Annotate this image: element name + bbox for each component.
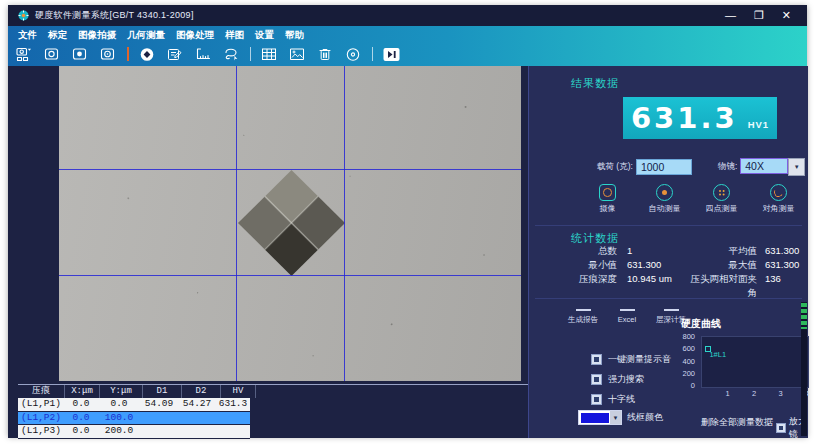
y-value: 200.0: [98, 425, 140, 438]
generate-report-button[interactable]: 生成报告: [565, 309, 601, 325]
chart-x-axis: 1234: [701, 389, 807, 398]
diagonal-measure-icon: [770, 184, 787, 201]
menu-item[interactable]: 图像处理: [176, 29, 214, 42]
excel-export-button[interactable]: Excel: [609, 309, 645, 325]
y-value: 0.0: [98, 398, 140, 411]
hv-value: [216, 425, 250, 438]
depth-calc-icon: [664, 309, 679, 311]
app-icon: [18, 10, 29, 21]
caliper-icon[interactable]: [194, 46, 213, 62]
table-header: 压痕 X:μm Y:μm D1 D2 HV: [18, 384, 534, 398]
load-input[interactable]: 1000: [636, 159, 692, 175]
table-row[interactable]: (L1,P2) 0.0 100.0: [18, 412, 250, 426]
chart-y-axis: 0200400600800: [667, 332, 695, 390]
checkbox-icon[interactable]: [591, 394, 602, 405]
y-axis-tick: 800: [682, 332, 695, 341]
capture-button[interactable]: 摄像: [579, 184, 636, 214]
checkbox-icon[interactable]: [591, 354, 602, 365]
hardness-curve-plot: 1#L1: [701, 336, 809, 388]
trash-icon[interactable]: [316, 46, 335, 62]
camera-settings-icon[interactable]: [99, 46, 118, 62]
toolbar-separator: [250, 47, 251, 61]
minimize-button[interactable]: —: [725, 10, 736, 21]
four-point-measure-button[interactable]: 四点测量: [693, 184, 750, 214]
microscope-image[interactable]: [59, 66, 521, 381]
menu-item[interactable]: 标定: [48, 29, 67, 42]
indent-marker-icon[interactable]: [138, 46, 157, 62]
menu-item[interactable]: 文件: [18, 29, 37, 42]
run-icon[interactable]: [382, 46, 401, 62]
result-section-title: 结果数据: [571, 76, 619, 91]
close-button[interactable]: ✕: [782, 10, 791, 21]
stat-value: 631.300: [757, 258, 799, 272]
color-swatch: [581, 413, 609, 423]
d1-value: [140, 412, 178, 425]
y-value: 100.0: [98, 412, 140, 425]
lasso-icon[interactable]: [222, 46, 241, 62]
line-color-label: 线框颜色: [627, 411, 663, 424]
stat-value: 136: [757, 272, 781, 300]
delete-all-data-button[interactable]: 删除全部测量数据: [701, 416, 773, 429]
hv-value: 631.3: [216, 398, 250, 411]
chevron-down-icon[interactable]: [788, 158, 805, 176]
beep-option[interactable]: 一键测量提示音: [591, 353, 671, 366]
line-color-select[interactable]: [578, 410, 622, 425]
image-icon[interactable]: [288, 46, 307, 62]
table-row[interactable]: (L1,P3) 0.0 200.0: [18, 425, 250, 439]
camera-capture-icon[interactable]: [71, 46, 90, 62]
result-panel: 结果数据 631.3 HV1 载荷 (克): 1000 物镜: 40X: [528, 66, 808, 438]
stat-label: 最小值: [529, 258, 617, 272]
x-value: 0.0: [64, 412, 98, 425]
checkbox-icon[interactable]: [591, 374, 602, 385]
objective-select[interactable]: 40X: [740, 158, 805, 176]
disc-icon[interactable]: [344, 46, 363, 62]
export-tools: 生成报告 Excel 层深计算: [565, 309, 689, 325]
d2-value: [178, 412, 216, 425]
col-x: X:μm: [65, 385, 100, 398]
x-value: 0.0: [64, 425, 98, 438]
d2-value: [178, 425, 216, 438]
menu-item[interactable]: 图像拍摄: [78, 29, 116, 42]
strong-search-option[interactable]: 强力搜索: [591, 373, 644, 386]
table-row[interactable]: (L1,P1) 0.0 0.0 54.09 54.27 631.3: [18, 398, 250, 412]
divider: [535, 298, 802, 299]
checkbox-icon[interactable]: [776, 423, 786, 433]
camera-icon[interactable]: [43, 46, 62, 62]
statistics-grid: 总数 1 平均值 631.300 最小值 631.300 最大值 631.300…: [529, 244, 808, 300]
menu-item[interactable]: 设置: [255, 29, 274, 42]
stat-label: 压头两相对面夹角: [687, 272, 757, 300]
stat-value: 631.300: [757, 244, 799, 258]
auto-measure-icon: [656, 184, 673, 201]
chevron-down-icon[interactable]: [610, 411, 621, 424]
camera-source-icon[interactable]: [15, 46, 34, 62]
stat-value: 631.300: [617, 258, 687, 272]
four-point-icon: [713, 184, 730, 201]
crosshair-vertical-line: [236, 66, 237, 381]
scrollbar-thumb[interactable]: [801, 303, 807, 329]
col-d2: D2: [182, 385, 221, 398]
edit-icon[interactable]: [166, 46, 185, 62]
menu-item[interactable]: 几何测量: [127, 29, 165, 42]
stat-label: 压痕深度: [529, 272, 617, 300]
crosshair-option[interactable]: 十字线: [591, 393, 635, 406]
indent-id: (L1,P3): [18, 425, 64, 438]
toolbar: [8, 44, 807, 66]
window-title: 硬度软件测量系统[GB/T 4340.1-2009]: [35, 9, 719, 22]
menu-item[interactable]: 样图: [225, 29, 244, 42]
y-axis-tick: 600: [682, 344, 695, 353]
stat-value: 1: [617, 244, 687, 258]
menu-item[interactable]: 帮助: [285, 29, 304, 42]
table-icon[interactable]: [260, 46, 279, 62]
objective-label: 物镜:: [718, 161, 737, 173]
auto-measure-button[interactable]: 自动测量: [636, 184, 693, 214]
diagonal-measure-button[interactable]: 对角测量: [750, 184, 807, 214]
x-axis-tick: 3: [778, 389, 782, 398]
objective-value: 40X: [740, 158, 788, 174]
maximize-button[interactable]: ❐: [754, 10, 764, 21]
col-d1: D1: [143, 385, 182, 398]
vickers-indentation: [238, 170, 345, 276]
crosshair-horizontal-line: [59, 275, 521, 276]
stat-label: 最大值: [687, 258, 757, 272]
screen: 硬度软件测量系统[GB/T 4340.1-2009] — ❐ ✕ 文件标定图像拍…: [0, 0, 816, 445]
panel-scrollbar[interactable]: [801, 302, 807, 436]
